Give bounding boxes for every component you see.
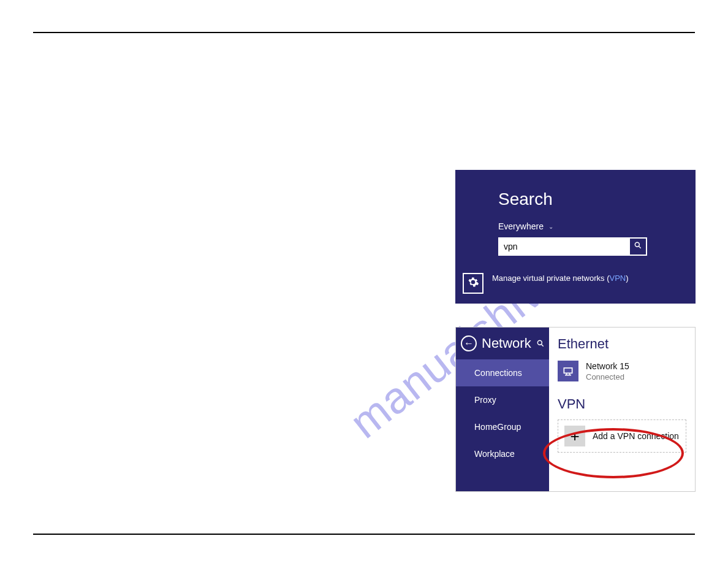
plus-icon: +	[564, 426, 585, 446]
sidebar-item-label: Workplace	[474, 449, 515, 459]
sidebar-item-connections[interactable]: Connections	[456, 359, 549, 386]
svg-line-3	[541, 344, 543, 346]
search-input[interactable]	[498, 237, 631, 256]
ethernet-status: Connected	[586, 372, 629, 381]
search-scope-label: Everywhere	[498, 221, 544, 231]
sidebar-item-label: HomeGroup	[474, 422, 521, 432]
sidebar-item-workplace[interactable]: Workplace	[456, 440, 549, 467]
network-content: Ethernet Network 15 Connected VPN + Add …	[549, 327, 695, 491]
gear-icon	[467, 276, 479, 291]
header-search-icon[interactable]	[536, 335, 545, 351]
top-rule	[33, 32, 695, 33]
network-header-label: Network	[482, 335, 531, 351]
sidebar-item-label: Proxy	[474, 395, 496, 405]
svg-point-2	[537, 340, 542, 345]
network-nav: Connections Proxy HomeGroup Workplace	[456, 359, 549, 491]
bottom-rule	[33, 534, 695, 535]
network-header: ← Network	[456, 327, 549, 359]
ethernet-section-title: Ethernet	[558, 336, 686, 352]
ethernet-connection-row[interactable]: Network 15 Connected	[558, 361, 686, 381]
sidebar-item-proxy[interactable]: Proxy	[456, 386, 549, 413]
search-result-text: Manage virtual private networks (VPN)	[492, 273, 629, 284]
svg-line-1	[639, 246, 640, 248]
chevron-down-icon: ⌄	[548, 223, 553, 230]
back-arrow-icon: ←	[464, 338, 474, 349]
search-title: Search	[498, 190, 683, 209]
add-vpn-label: Add a VPN connection	[593, 431, 679, 441]
network-sidebar: ← Network Connections Proxy HomeGroup Wo…	[456, 327, 549, 491]
search-row	[498, 237, 683, 256]
svg-point-0	[635, 242, 639, 247]
ethernet-name: Network 15	[586, 361, 629, 372]
vpn-section-title: VPN	[558, 396, 686, 412]
sidebar-item-label: Connections	[474, 368, 522, 378]
network-settings-panel: ← Network Connections Proxy HomeGroup Wo…	[455, 327, 696, 492]
ethernet-icon	[558, 361, 578, 381]
search-result-manage-vpn[interactable]: Manage virtual private networks (VPN)	[463, 273, 683, 294]
vpn-highlight: VPN	[609, 274, 626, 283]
svg-rect-4	[564, 368, 572, 373]
back-button[interactable]: ←	[461, 335, 477, 351]
search-button[interactable]	[629, 237, 647, 256]
add-vpn-connection-button[interactable]: + Add a VPN connection	[558, 419, 686, 453]
search-panel: Search Everywhere ⌄ Manage virtual priva…	[455, 170, 696, 304]
search-scope-dropdown[interactable]: Everywhere ⌄	[498, 221, 683, 231]
settings-tile	[463, 273, 483, 294]
search-icon	[634, 241, 642, 252]
sidebar-item-homegroup[interactable]: HomeGroup	[456, 413, 549, 440]
